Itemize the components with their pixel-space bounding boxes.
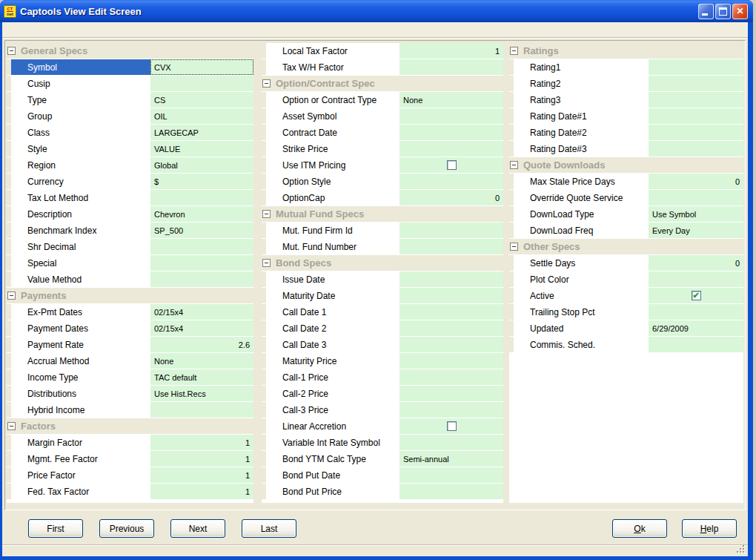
field-value[interactable] <box>399 59 503 75</box>
field-value[interactable] <box>399 223 503 238</box>
field-label[interactable]: Call Date 1 <box>266 304 399 320</box>
field-value[interactable]: 1 <box>150 435 253 450</box>
field-value[interactable] <box>399 320 503 336</box>
field-label[interactable]: Call-1 Price <box>266 369 399 385</box>
field-value[interactable]: VALUE <box>150 141 253 157</box>
field-value[interactable] <box>399 484 503 499</box>
field-label[interactable]: Shr Decimal <box>11 239 150 254</box>
field-value[interactable]: Use Symbol <box>649 206 743 222</box>
next-button[interactable]: Next <box>170 519 225 538</box>
field-label[interactable]: Asset Symbol <box>266 108 399 124</box>
field-value[interactable]: 0 <box>649 255 743 271</box>
field-value[interactable]: None <box>399 92 503 108</box>
field-label[interactable]: Settle Days <box>514 255 649 271</box>
field-value[interactable] <box>399 304 503 320</box>
field-label[interactable]: Income Type <box>11 369 150 385</box>
field-label[interactable]: Plot Color <box>514 271 649 287</box>
field-value[interactable] <box>399 435 503 450</box>
field-value[interactable]: 2.6 <box>150 337 253 352</box>
field-label[interactable]: Bond Put Price <box>266 484 399 499</box>
field-label[interactable]: OptionCap <box>266 190 399 205</box>
resize-grip[interactable] <box>737 545 746 555</box>
field-value[interactable]: Chevron <box>150 206 253 222</box>
field-label[interactable]: Active <box>514 288 649 303</box>
previous-button[interactable]: Previous <box>99 519 154 538</box>
field-label[interactable]: Special <box>11 255 150 271</box>
field-value[interactable] <box>399 174 503 189</box>
field-value[interactable] <box>150 255 253 271</box>
field-value[interactable] <box>399 353 503 369</box>
field-label[interactable]: Commis. Sched. <box>514 337 649 352</box>
field-value[interactable]: 1 <box>150 467 253 483</box>
titlebar[interactable]: CT net Captools View Edit Screen <box>0 0 753 22</box>
field-label[interactable]: Description <box>11 206 150 222</box>
field-value[interactable]: 02/15x4 <box>150 304 253 320</box>
close-button[interactable] <box>732 4 748 19</box>
field-label[interactable]: DownLoad Type <box>514 206 649 222</box>
ok-button[interactable]: Ok <box>612 519 667 538</box>
field-value[interactable] <box>399 125 503 140</box>
field-label[interactable]: Option Style <box>266 174 399 189</box>
field-value[interactable] <box>399 337 503 352</box>
field-label[interactable]: Call Date 3 <box>266 337 399 352</box>
checkbox-unchecked[interactable] <box>447 160 457 170</box>
field-value[interactable] <box>649 190 743 205</box>
field-label[interactable]: Rating Date#2 <box>514 125 649 140</box>
field-value[interactable] <box>399 418 503 434</box>
checkbox-unchecked[interactable] <box>447 421 457 431</box>
field-label[interactable]: Trailing Stop Pct <box>514 304 649 320</box>
collapse-minus-icon[interactable] <box>262 79 271 88</box>
field-value[interactable] <box>649 141 743 157</box>
field-label[interactable]: Symbol <box>11 59 150 75</box>
field-value[interactable]: Every Day <box>649 223 743 238</box>
field-label[interactable]: Margin Factor <box>11 435 150 450</box>
field-value[interactable]: SP_500 <box>150 223 253 238</box>
collapse-minus-icon[interactable] <box>510 161 518 169</box>
field-label[interactable]: Tax W/H Factor <box>266 59 399 75</box>
field-label[interactable]: Call Date 2 <box>266 320 399 336</box>
field-value[interactable] <box>649 304 743 320</box>
field-value[interactable] <box>649 92 743 108</box>
field-label[interactable]: Maturity Date <box>266 288 399 303</box>
field-value[interactable] <box>649 337 743 352</box>
field-label[interactable]: Type <box>11 92 150 108</box>
field-label[interactable]: Currency <box>11 174 150 189</box>
collapse-minus-icon[interactable] <box>7 422 16 430</box>
field-value[interactable] <box>150 190 253 205</box>
field-label[interactable]: Option or Contract Type <box>266 92 399 108</box>
checkbox-checked[interactable] <box>692 291 701 300</box>
field-value[interactable]: Semi-annual <box>399 451 503 467</box>
field-label[interactable]: Strike Price <box>266 141 399 157</box>
field-label[interactable]: Rating2 <box>514 76 649 91</box>
field-value[interactable] <box>150 239 253 254</box>
field-label[interactable]: Accrual Method <box>11 353 150 369</box>
field-value[interactable] <box>399 467 503 483</box>
field-label[interactable]: Call-3 Price <box>266 402 399 418</box>
field-value[interactable]: 0 <box>649 174 743 189</box>
field-value[interactable]: 02/15x4 <box>150 320 253 336</box>
field-value[interactable]: TAC default <box>150 369 253 385</box>
field-label[interactable]: Value Method <box>11 271 150 287</box>
field-label[interactable]: Class <box>11 125 150 140</box>
field-label[interactable]: Updated <box>514 320 649 336</box>
field-value[interactable]: Global <box>150 157 253 173</box>
field-label[interactable]: Mgmt. Fee Factor <box>11 451 150 467</box>
field-label[interactable]: Bond Put Date <box>266 467 399 483</box>
field-label[interactable]: Linear Accretion <box>266 418 399 434</box>
field-label[interactable]: Style <box>11 141 150 157</box>
field-value[interactable] <box>649 108 743 124</box>
collapse-minus-icon[interactable] <box>262 259 271 267</box>
field-label[interactable]: Rating3 <box>514 92 649 108</box>
field-value[interactable] <box>649 76 743 91</box>
field-label[interactable]: Payment Rate <box>11 337 150 352</box>
field-label[interactable]: Override Quote Service <box>514 190 649 205</box>
field-value[interactable]: 1 <box>399 43 503 59</box>
field-label[interactable]: Maturity Price <box>266 353 399 369</box>
maximize-button[interactable] <box>715 4 731 19</box>
field-value[interactable]: 1 <box>150 451 253 467</box>
field-value[interactable] <box>150 76 253 91</box>
first-button[interactable]: First <box>28 519 83 538</box>
field-label[interactable]: Rating Date#3 <box>514 141 649 157</box>
field-value[interactable] <box>399 157 503 173</box>
field-label[interactable]: Local Tax Factor <box>266 43 399 59</box>
